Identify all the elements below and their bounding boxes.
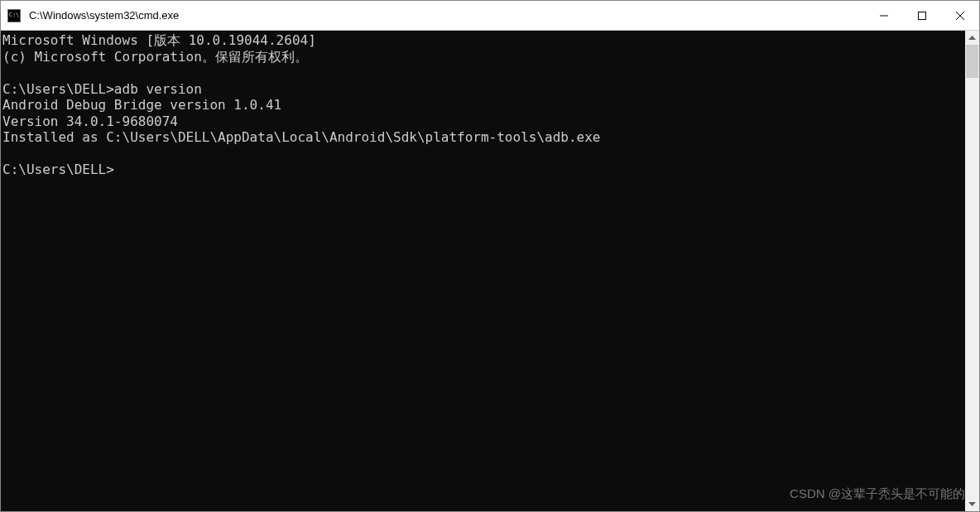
terminal-output[interactable]: Microsoft Windows [版本 10.0.19044.2604](c… xyxy=(1,31,965,511)
maximize-button[interactable] xyxy=(903,1,941,30)
terminal-line: Android Debug Bridge version 1.0.41 xyxy=(2,97,965,114)
close-icon xyxy=(956,12,964,20)
terminal-line: Version 34.0.1-9680074 xyxy=(2,114,965,130)
svg-rect-1 xyxy=(919,12,926,19)
chevron-up-icon xyxy=(968,36,976,40)
scrollbar-thumb[interactable] xyxy=(966,45,978,78)
terminal-line: Microsoft Windows [版本 10.0.19044.2604] xyxy=(2,32,965,49)
titlebar: C:\ C:\Windows\system32\cmd.exe xyxy=(1,1,979,31)
window-title: C:\Windows\system32\cmd.exe xyxy=(27,9,865,22)
terminal-line: C:\Users\DELL>adb version xyxy=(2,81,965,98)
content-wrapper: Microsoft Windows [版本 10.0.19044.2604](c… xyxy=(1,31,979,511)
scroll-up-arrow[interactable] xyxy=(965,31,979,45)
terminal-line: C:\Users\DELL> xyxy=(2,162,965,178)
terminal-line xyxy=(2,65,965,81)
minimize-icon xyxy=(880,12,888,20)
cmd-window: C:\ C:\Windows\system32\cmd.exe Microsof… xyxy=(0,0,980,512)
terminal-line: Installed as C:\Users\DELL\AppData\Local… xyxy=(2,129,965,146)
chevron-down-icon xyxy=(968,502,976,506)
maximize-icon xyxy=(918,12,926,20)
vertical-scrollbar[interactable] xyxy=(965,31,979,511)
terminal-line xyxy=(2,146,965,162)
scroll-down-arrow[interactable] xyxy=(965,497,979,511)
window-controls xyxy=(865,1,979,30)
cmd-icon: C:\ xyxy=(7,9,21,22)
close-button[interactable] xyxy=(941,1,979,30)
minimize-button[interactable] xyxy=(865,1,903,30)
terminal-line: (c) Microsoft Corporation。保留所有权利。 xyxy=(2,49,965,65)
